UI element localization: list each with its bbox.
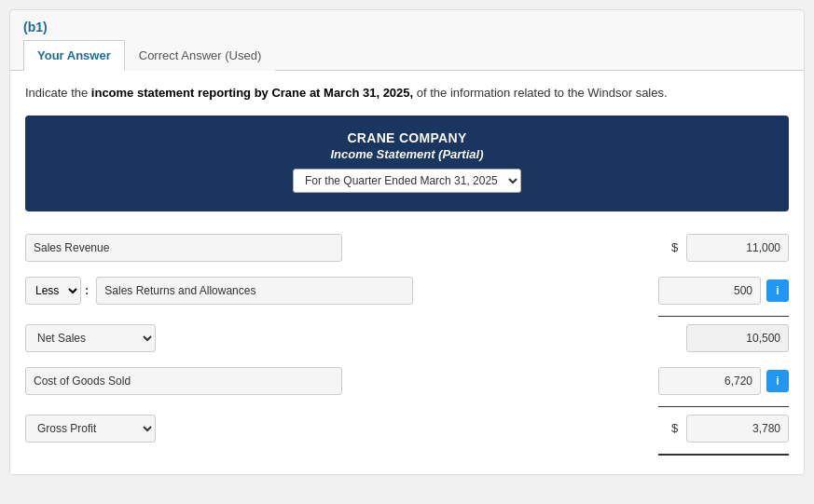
instruction-before: Indicate the <box>25 86 91 100</box>
sales-revenue-dollar: $ <box>671 240 681 254</box>
net-sales-dropdown[interactable]: Net Sales Gross Sales <box>25 324 156 352</box>
cost-of-goods-info-button[interactable]: i <box>766 370 789 392</box>
statement-box: CRANE COMPANY Income Statement (Partial)… <box>25 116 789 211</box>
cost-of-goods-label[interactable] <box>25 367 342 395</box>
sales-returns-prefix-select[interactable]: Less Add <box>25 277 81 305</box>
gross-profit-row: Gross Profit Net Profit $ <box>25 411 789 446</box>
cost-of-goods-value[interactable] <box>658 367 761 395</box>
gross-profit-dollar: $ <box>671 421 681 435</box>
content-area: Indicate the income statement reporting … <box>10 71 804 474</box>
problem-label: (b1) <box>10 10 804 40</box>
tab-correct-answer[interactable]: Correct Answer (Used) <box>125 40 275 71</box>
rows-area: $ Less Add : i Net Sales <box>25 225 789 461</box>
cost-of-goods-row: i <box>25 363 789 399</box>
sales-revenue-label[interactable] <box>25 234 342 262</box>
net-sales-row: Net Sales Gross Sales <box>25 320 789 356</box>
sales-returns-row: Less Add : i <box>25 273 789 308</box>
gross-profit-dropdown[interactable]: Gross Profit Net Profit <box>25 415 156 443</box>
statement-title: Income Statement (Partial) <box>44 147 770 161</box>
company-name: CRANE COMPANY <box>44 130 770 145</box>
sales-returns-info-button[interactable]: i <box>766 279 789 302</box>
instruction-bold: income statement reporting by Crane at M… <box>91 86 413 100</box>
cogs-divider <box>658 406 789 407</box>
sales-divider <box>658 316 789 317</box>
tab-your-answer[interactable]: Your Answer <box>23 40 125 71</box>
tabs-bar: Your Answer Correct Answer (Used) <box>10 40 804 71</box>
main-container: (b1) Your Answer Correct Answer (Used) I… <box>9 9 805 475</box>
instruction-after: of the information related to the Windso… <box>417 86 668 100</box>
period-select-wrapper: For the Quarter Ended March 31, 2025 <box>44 169 770 193</box>
sales-returns-value[interactable] <box>658 277 761 305</box>
sales-revenue-value[interactable] <box>686 234 789 262</box>
period-select[interactable]: For the Quarter Ended March 31, 2025 <box>293 169 521 193</box>
sales-revenue-row: $ <box>25 230 789 266</box>
instruction-text: Indicate the income statement reporting … <box>25 84 789 102</box>
sales-returns-label[interactable] <box>96 277 413 305</box>
gross-profit-double-divider <box>658 454 789 456</box>
colon-separator: : <box>85 283 89 297</box>
gross-profit-value[interactable] <box>686 415 789 443</box>
net-sales-value[interactable] <box>686 324 789 352</box>
